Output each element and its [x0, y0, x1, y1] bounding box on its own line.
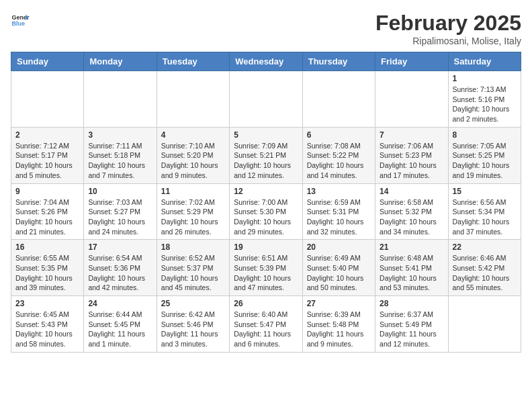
calendar-cell: 1Sunrise: 7:13 AM Sunset: 5:16 PM Daylig… [448, 71, 521, 128]
day-number: 17 [88, 242, 152, 252]
col-header-saturday: Saturday [448, 52, 521, 71]
calendar-cell: 24Sunrise: 6:44 AM Sunset: 5:45 PM Dayli… [84, 296, 157, 353]
calendar-cell: 17Sunrise: 6:54 AM Sunset: 5:36 PM Dayli… [84, 240, 157, 296]
calendar-cell: 12Sunrise: 7:00 AM Sunset: 5:30 PM Dayli… [230, 183, 302, 240]
calendar-cell: 16Sunrise: 6:55 AM Sunset: 5:35 PM Dayli… [11, 240, 84, 296]
col-header-thursday: Thursday [302, 52, 375, 71]
day-info: Sunrise: 7:12 AM Sunset: 5:17 PM Dayligh… [15, 141, 79, 181]
day-number: 8 [453, 130, 517, 140]
day-info: Sunrise: 7:02 AM Sunset: 5:29 PM Dayligh… [161, 197, 225, 237]
day-info: Sunrise: 6:45 AM Sunset: 5:43 PM Dayligh… [15, 310, 79, 349]
day-number: 3 [88, 130, 152, 140]
day-info: Sunrise: 7:09 AM Sunset: 5:21 PM Dayligh… [234, 141, 298, 181]
logo-icon: General Blue [11, 11, 30, 30]
calendar-cell: 14Sunrise: 6:58 AM Sunset: 5:32 PM Dayli… [375, 183, 448, 240]
week-row-1: 1Sunrise: 7:13 AM Sunset: 5:16 PM Daylig… [11, 71, 521, 128]
calendar-cell: 6Sunrise: 7:08 AM Sunset: 5:22 PM Daylig… [302, 127, 375, 183]
calendar-header-row: SundayMondayTuesdayWednesdayThursdayFrid… [11, 52, 521, 71]
day-info: Sunrise: 6:42 AM Sunset: 5:46 PM Dayligh… [161, 310, 225, 349]
calendar-cell: 3Sunrise: 7:11 AM Sunset: 5:18 PM Daylig… [84, 127, 157, 183]
calendar-cell: 22Sunrise: 6:46 AM Sunset: 5:42 PM Dayli… [448, 240, 521, 296]
day-info: Sunrise: 6:48 AM Sunset: 5:41 PM Dayligh… [380, 253, 443, 293]
calendar-cell [84, 71, 157, 128]
day-number: 12 [234, 187, 298, 196]
day-number: 11 [161, 187, 225, 196]
day-number: 19 [234, 242, 298, 252]
calendar-cell: 9Sunrise: 7:04 AM Sunset: 5:26 PM Daylig… [11, 183, 84, 240]
calendar-cell: 13Sunrise: 6:59 AM Sunset: 5:31 PM Dayli… [302, 183, 375, 240]
day-info: Sunrise: 7:10 AM Sunset: 5:20 PM Dayligh… [161, 141, 225, 181]
day-info: Sunrise: 6:39 AM Sunset: 5:48 PM Dayligh… [307, 310, 371, 349]
page-header: General Blue February 2025 Ripalimosani,… [11, 11, 521, 46]
day-number: 23 [15, 299, 79, 308]
calendar-cell [11, 71, 84, 128]
calendar-cell [448, 296, 521, 353]
calendar-cell [157, 71, 229, 128]
week-row-2: 2Sunrise: 7:12 AM Sunset: 5:17 PM Daylig… [11, 127, 521, 183]
calendar-cell: 11Sunrise: 7:02 AM Sunset: 5:29 PM Dayli… [157, 183, 229, 240]
day-info: Sunrise: 6:51 AM Sunset: 5:39 PM Dayligh… [234, 253, 298, 293]
calendar-table: SundayMondayTuesdayWednesdayThursdayFrid… [11, 52, 521, 353]
day-number: 28 [380, 299, 443, 308]
day-number: 18 [161, 242, 225, 252]
calendar-cell: 7Sunrise: 7:06 AM Sunset: 5:23 PM Daylig… [375, 127, 448, 183]
col-header-tuesday: Tuesday [157, 52, 229, 71]
calendar-cell: 5Sunrise: 7:09 AM Sunset: 5:21 PM Daylig… [230, 127, 302, 183]
day-info: Sunrise: 6:54 AM Sunset: 5:36 PM Dayligh… [88, 253, 152, 293]
calendar-title: February 2025 [375, 11, 521, 36]
day-number: 15 [453, 187, 517, 196]
day-info: Sunrise: 6:55 AM Sunset: 5:35 PM Dayligh… [15, 253, 79, 293]
day-info: Sunrise: 6:46 AM Sunset: 5:42 PM Dayligh… [453, 253, 517, 293]
svg-text:Blue: Blue [11, 20, 25, 27]
day-number: 2 [15, 130, 79, 140]
day-number: 21 [380, 242, 443, 252]
calendar-cell: 8Sunrise: 7:05 AM Sunset: 5:25 PM Daylig… [448, 127, 521, 183]
calendar-cell: 15Sunrise: 6:56 AM Sunset: 5:34 PM Dayli… [448, 183, 521, 240]
day-number: 4 [161, 130, 225, 140]
calendar-cell [375, 71, 448, 128]
calendar-cell: 26Sunrise: 6:40 AM Sunset: 5:47 PM Dayli… [230, 296, 302, 353]
day-info: Sunrise: 6:52 AM Sunset: 5:37 PM Dayligh… [161, 253, 225, 293]
calendar-cell: 19Sunrise: 6:51 AM Sunset: 5:39 PM Dayli… [230, 240, 302, 296]
day-number: 1 [453, 74, 517, 83]
day-info: Sunrise: 7:08 AM Sunset: 5:22 PM Dayligh… [307, 141, 371, 181]
calendar-cell [302, 71, 375, 128]
week-row-3: 9Sunrise: 7:04 AM Sunset: 5:26 PM Daylig… [11, 183, 521, 240]
calendar-cell: 23Sunrise: 6:45 AM Sunset: 5:43 PM Dayli… [11, 296, 84, 353]
day-number: 27 [307, 299, 371, 308]
calendar-cell [230, 71, 302, 128]
day-number: 14 [380, 187, 443, 196]
day-info: Sunrise: 7:04 AM Sunset: 5:26 PM Dayligh… [15, 197, 79, 237]
col-header-monday: Monday [84, 52, 157, 71]
calendar-cell: 18Sunrise: 6:52 AM Sunset: 5:37 PM Dayli… [157, 240, 229, 296]
day-info: Sunrise: 7:00 AM Sunset: 5:30 PM Dayligh… [234, 197, 298, 237]
week-row-5: 23Sunrise: 6:45 AM Sunset: 5:43 PM Dayli… [11, 296, 521, 353]
week-row-4: 16Sunrise: 6:55 AM Sunset: 5:35 PM Dayli… [11, 240, 521, 296]
day-info: Sunrise: 7:11 AM Sunset: 5:18 PM Dayligh… [88, 141, 152, 181]
day-number: 9 [15, 187, 79, 196]
calendar-subtitle: Ripalimosani, Molise, Italy [375, 36, 521, 46]
calendar-cell: 21Sunrise: 6:48 AM Sunset: 5:41 PM Dayli… [375, 240, 448, 296]
day-number: 24 [88, 299, 152, 308]
day-info: Sunrise: 6:58 AM Sunset: 5:32 PM Dayligh… [380, 197, 443, 237]
calendar-cell: 20Sunrise: 6:49 AM Sunset: 5:40 PM Dayli… [302, 240, 375, 296]
col-header-wednesday: Wednesday [230, 52, 302, 71]
day-info: Sunrise: 7:13 AM Sunset: 5:16 PM Dayligh… [453, 85, 517, 124]
calendar-cell: 10Sunrise: 7:03 AM Sunset: 5:27 PM Dayli… [84, 183, 157, 240]
calendar-cell: 27Sunrise: 6:39 AM Sunset: 5:48 PM Dayli… [302, 296, 375, 353]
logo: General Blue [11, 11, 30, 30]
day-number: 25 [161, 299, 225, 308]
calendar-cell: 25Sunrise: 6:42 AM Sunset: 5:46 PM Dayli… [157, 296, 229, 353]
calendar-cell: 2Sunrise: 7:12 AM Sunset: 5:17 PM Daylig… [11, 127, 84, 183]
day-number: 26 [234, 299, 298, 308]
day-number: 5 [234, 130, 298, 140]
day-number: 16 [15, 242, 79, 252]
day-number: 22 [453, 242, 517, 252]
col-header-sunday: Sunday [11, 52, 84, 71]
day-info: Sunrise: 7:05 AM Sunset: 5:25 PM Dayligh… [453, 141, 517, 181]
day-number: 13 [307, 187, 371, 196]
day-number: 10 [88, 187, 152, 196]
col-header-friday: Friday [375, 52, 448, 71]
day-info: Sunrise: 6:49 AM Sunset: 5:40 PM Dayligh… [307, 253, 371, 293]
day-info: Sunrise: 6:40 AM Sunset: 5:47 PM Dayligh… [234, 310, 298, 349]
